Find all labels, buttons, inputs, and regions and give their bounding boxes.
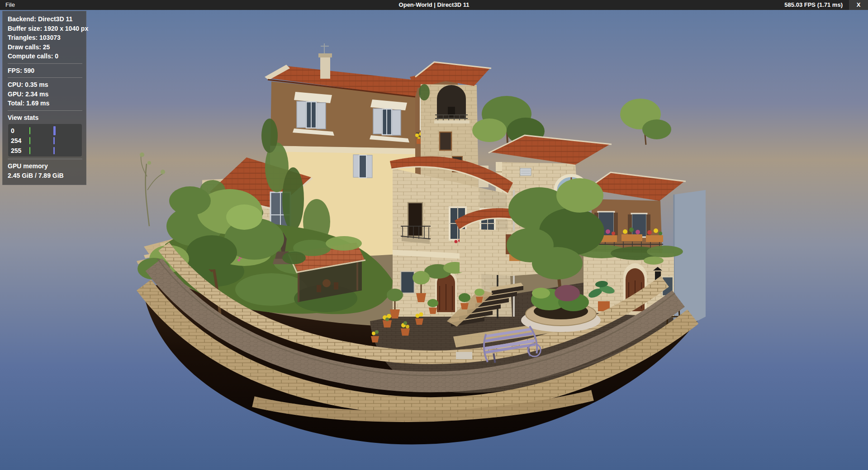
gpu-memory-label: GPU memory [8, 161, 82, 171]
stat-gpu: GPU: 2.34 ms [8, 90, 82, 99]
view-stats-row: 254 [11, 136, 82, 146]
stat-draw-calls: Draw calls: 25 [8, 43, 82, 52]
view-stats-histogram: 0 254 255 [8, 124, 82, 157]
window-title: Open-World | Direct3D 11 [0, 0, 868, 10]
menu-file[interactable]: File [0, 0, 20, 10]
histogram-blue-tick [53, 147, 55, 154]
wispy-tree [140, 152, 165, 226]
gpu-memory-value: 2.45 GiB / 7.89 GiB [8, 171, 82, 180]
histogram-green-tick [29, 147, 30, 154]
render-viewport[interactable] [0, 0, 868, 470]
view-stats-row: 0 [11, 126, 82, 136]
stats-panel: Backend: Direct3D 11 Buffer size: 1920 x… [2, 11, 86, 185]
view-stats-row-label: 254 [11, 137, 21, 144]
separator [8, 110, 82, 111]
histogram-blue-tick [53, 126, 56, 135]
view-stats-label: View stats [8, 113, 82, 123]
stat-cpu: CPU: 0.35 ms [8, 80, 82, 90]
separator [8, 63, 82, 64]
stat-compute-calls: Compute calls: 0 [8, 52, 82, 61]
stat-triangles: Triangles: 103073 [8, 33, 82, 43]
title-bar: File Open-World | Direct3D 11 585.03 FPS… [0, 0, 868, 10]
window-cream [353, 155, 372, 178]
stat-fps: FPS: 590 [8, 66, 82, 76]
stat-total: Total: 1.69 ms [8, 99, 82, 108]
view-stats-row: 255 [11, 146, 82, 156]
histogram-blue-tick [53, 137, 55, 144]
histogram-green-tick [29, 127, 30, 134]
separator [8, 77, 82, 78]
close-button[interactable]: X [849, 0, 868, 10]
view-stats-row-label: 255 [11, 147, 21, 154]
fps-readout: 585.03 FPS (1.71 ms) [784, 0, 849, 10]
stat-buffer-size: Buffer size: 1920 x 1040 px [8, 24, 82, 33]
separator [8, 159, 82, 159]
stat-backend: Backend: Direct3D 11 [8, 14, 82, 24]
histogram-green-tick [29, 137, 30, 144]
scene-3d-viewport[interactable] [0, 0, 868, 470]
tree-top-right [620, 99, 671, 145]
view-stats-row-label: 0 [11, 127, 14, 134]
